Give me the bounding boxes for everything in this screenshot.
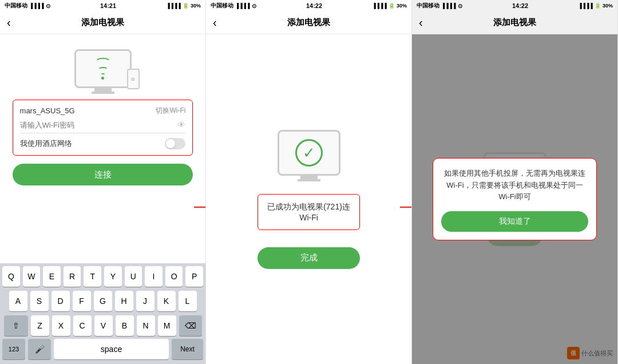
signal-icon-1: ▐▐▐▐ bbox=[29, 3, 44, 9]
wifi-dot-1 bbox=[101, 77, 104, 80]
keyboard: Q W E R T Y U I O P A S D F G H J K bbox=[0, 263, 205, 364]
signal-icon-r2: ▐▐▐▐ bbox=[372, 3, 387, 9]
key-t[interactable]: T bbox=[84, 266, 101, 287]
signal-icon-2: ▐▐▐▐ bbox=[235, 3, 250, 9]
key-e[interactable]: E bbox=[43, 266, 61, 287]
wifi-password-input[interactable] bbox=[20, 121, 178, 129]
signal-icon-r3: ▐▐▐▐ bbox=[578, 3, 593, 9]
key-m[interactable]: M bbox=[158, 315, 176, 336]
panel-content-1: ⊙ mars_ASUS_5G 切换Wi-Fi 👁 我使用酒店网络 连接 bbox=[0, 34, 205, 364]
next-button[interactable]: Next bbox=[172, 339, 203, 359]
key-r[interactable]: R bbox=[64, 266, 81, 287]
key-x[interactable]: X bbox=[52, 315, 70, 336]
status-bar-1: 中国移动 ▐▐▐▐ ⊙ 14:21 ▐▐▐▐ 🔋 30% bbox=[0, 0, 205, 11]
key-l[interactable]: L bbox=[179, 291, 197, 311]
key-i[interactable]: I bbox=[145, 266, 163, 287]
nav-bar-2: ‹ 添加电视果 bbox=[206, 11, 411, 34]
battery-pct-3: 30% bbox=[603, 3, 613, 9]
panel-content-3: ✓ 完成 如果使用其他手机投屏，无需再为电视果连Wi-Fi，只需要将该手机和电视… bbox=[412, 34, 617, 364]
key-h[interactable]: H bbox=[115, 291, 133, 311]
done-button-2[interactable]: 完成 bbox=[258, 247, 360, 269]
key-c[interactable]: C bbox=[73, 315, 92, 336]
carrier-1: 中国移动 bbox=[5, 2, 27, 10]
battery-pct-2: 30% bbox=[397, 3, 407, 9]
status-right-3: ▐▐▐▐ 🔋 30% bbox=[578, 3, 613, 9]
status-bar-3: 中国移动 ▐▐▐▐ ⊙ 14:22 ▐▐▐▐ 🔋 30% bbox=[412, 0, 617, 11]
wifi-switch-link[interactable]: 切换Wi-Fi bbox=[156, 106, 185, 116]
tv-success: ✓ bbox=[278, 130, 340, 176]
modal-confirm-button[interactable]: 我知道了 bbox=[441, 211, 588, 232]
battery-icon-1: 🔋 bbox=[183, 3, 189, 9]
key-b[interactable]: B bbox=[116, 315, 134, 336]
modal-overlay: 如果使用其他手机投屏，无需再为电视果连Wi-Fi，只需要将该手机和电视果处于同一… bbox=[412, 34, 617, 364]
eye-icon[interactable]: 👁 bbox=[177, 120, 185, 129]
keyboard-row-1: Q W E R T Y U I O P bbox=[0, 263, 205, 288]
key-space[interactable]: space bbox=[54, 339, 169, 359]
tv-illustration-1: ⊙ bbox=[69, 46, 137, 92]
key-u[interactable]: U bbox=[125, 266, 142, 287]
key-w[interactable]: W bbox=[23, 266, 41, 287]
check-mark-2: ✓ bbox=[303, 145, 315, 160]
time-1: 14:21 bbox=[100, 2, 116, 9]
panel-content-2: ✓ 已成功为电视果(721)连Wi-Fi 完成 bbox=[206, 34, 411, 364]
key-p[interactable]: P bbox=[185, 266, 203, 287]
wifi-ssid-row: mars_ASUS_5G 切换Wi-Fi bbox=[20, 106, 186, 116]
status-right-2: ▐▐▐▐ 🔋 30% bbox=[372, 3, 407, 9]
wifi-tv-icon-1 bbox=[95, 58, 111, 80]
keyboard-row-3: ⇧ Z X C V B N M ⌫ bbox=[0, 312, 205, 337]
key-g[interactable]: G bbox=[94, 291, 112, 311]
key-delete[interactable]: ⌫ bbox=[179, 315, 202, 336]
nav-bar-3: ‹ 添加电视果 bbox=[412, 11, 617, 34]
phone-panel-3: 中国移动 ▐▐▐▐ ⊙ 14:22 ▐▐▐▐ 🔋 30% ‹ 添加电视果 ✓ bbox=[412, 0, 618, 364]
phone-panel-2: 中国移动 ▐▐▐▐ ⊙ 14:22 ▐▐▐▐ 🔋 30% ‹ 添加电视果 ✓ bbox=[206, 0, 412, 364]
back-button-1[interactable]: ‹ bbox=[7, 16, 11, 29]
success-message-text: 已成功为电视果(721)连Wi-Fi bbox=[267, 202, 350, 222]
key-y[interactable]: Y bbox=[104, 266, 122, 287]
back-button-3[interactable]: ‹ bbox=[419, 16, 423, 29]
signal-icon-r1: ▐▐▐▐ bbox=[166, 3, 181, 9]
key-f[interactable]: F bbox=[73, 291, 91, 311]
signal-icon-3: ▐▐▐▐ bbox=[441, 3, 456, 9]
hotel-label: 我使用酒店网络 bbox=[20, 139, 72, 149]
key-j[interactable]: J bbox=[136, 291, 154, 311]
key-o[interactable]: O bbox=[165, 266, 183, 287]
wifi-icon-3: ⊙ bbox=[458, 3, 462, 9]
key-mic[interactable]: 🎤 bbox=[28, 339, 51, 359]
page-title-1: 添加电视果 bbox=[81, 17, 124, 28]
page-title-3: 添加电视果 bbox=[493, 17, 536, 28]
success-area: ✓ 已成功为电视果(721)连Wi-Fi 完成 bbox=[251, 34, 367, 364]
battery-pct-1: 30% bbox=[191, 3, 201, 9]
key-z[interactable]: Z bbox=[31, 315, 49, 336]
connect-button[interactable]: 连接 bbox=[13, 164, 193, 185]
key-n[interactable]: N bbox=[137, 315, 155, 336]
key-num[interactable]: 123 bbox=[2, 339, 25, 359]
phone-mini-1: ⊙ bbox=[127, 69, 140, 89]
key-k[interactable]: K bbox=[157, 291, 176, 311]
wifi-arc-large-1 bbox=[95, 58, 111, 66]
wifi-arc-small-1 bbox=[101, 73, 105, 76]
key-d[interactable]: D bbox=[52, 291, 70, 311]
tv-body-1 bbox=[74, 49, 132, 88]
key-shift[interactable]: ⇧ bbox=[4, 315, 28, 336]
status-right-1: ▐▐▐▐ 🔋 30% bbox=[166, 3, 201, 9]
wifi-ssid: mars_ASUS_5G bbox=[20, 106, 75, 115]
wifi-icon-1: ⊙ bbox=[46, 3, 50, 9]
modal-box: 如果使用其他手机投屏，无需再为电视果连Wi-Fi，只需要将该手机和电视果处于同一… bbox=[433, 158, 597, 240]
keyboard-row-2: A S D F G H J K L bbox=[0, 288, 205, 312]
status-left-2: 中国移动 ▐▐▐▐ ⊙ bbox=[211, 2, 256, 10]
status-left-3: 中国移动 ▐▐▐▐ ⊙ bbox=[417, 2, 462, 10]
wifi-arc-mid-1 bbox=[98, 67, 108, 72]
key-q[interactable]: Q bbox=[2, 266, 20, 287]
carrier-3: 中国移动 bbox=[417, 2, 439, 10]
tv-success-stand-base bbox=[298, 179, 320, 181]
phone-mini-wifi-icon-1: ⊙ bbox=[131, 77, 135, 82]
carrier-2: 中国移动 bbox=[211, 2, 233, 10]
key-s[interactable]: S bbox=[30, 291, 49, 311]
nav-bar-1: ‹ 添加电视果 bbox=[0, 11, 205, 34]
hotel-toggle[interactable] bbox=[165, 138, 185, 149]
key-v[interactable]: V bbox=[94, 315, 113, 336]
battery-icon-3: 🔋 bbox=[595, 3, 601, 9]
phone-panel-1: 中国移动 ▐▐▐▐ ⊙ 14:21 ▐▐▐▐ 🔋 30% ‹ 添加电视果 bbox=[0, 0, 206, 364]
key-a[interactable]: A bbox=[9, 291, 27, 311]
back-button-2[interactable]: ‹ bbox=[213, 16, 217, 29]
